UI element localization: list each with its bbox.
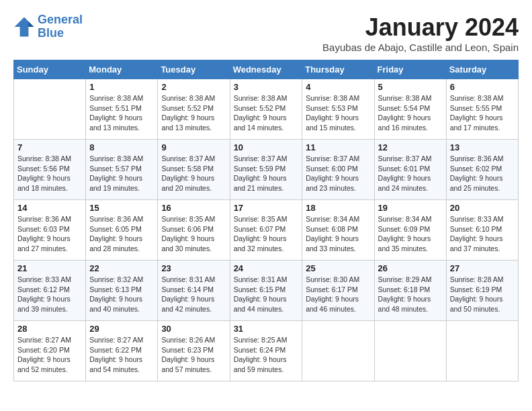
calendar-cell: 11Sunrise: 8:37 AMSunset: 6:00 PMDayligh… bbox=[302, 140, 374, 200]
calendar-cell: 21Sunrise: 8:33 AMSunset: 6:12 PMDayligh… bbox=[14, 261, 86, 321]
day-number: 18 bbox=[306, 203, 370, 213]
day-number: 7 bbox=[17, 142, 82, 152]
calendar-cell: 1Sunrise: 8:38 AMSunset: 5:51 PMDaylight… bbox=[86, 79, 158, 140]
calendar-cell: 6Sunrise: 8:38 AMSunset: 5:55 PMDaylight… bbox=[446, 79, 518, 140]
day-info: Sunrise: 8:35 AMSunset: 6:06 PMDaylight:… bbox=[161, 214, 226, 254]
calendar-cell: 15Sunrise: 8:36 AMSunset: 6:05 PMDayligh… bbox=[86, 200, 158, 261]
calendar-cell: 24Sunrise: 8:31 AMSunset: 6:15 PMDayligh… bbox=[230, 261, 302, 321]
day-info: Sunrise: 8:38 AMSunset: 5:51 PMDaylight:… bbox=[89, 93, 154, 133]
calendar-cell: 12Sunrise: 8:37 AMSunset: 6:01 PMDayligh… bbox=[374, 140, 446, 200]
day-info: Sunrise: 8:30 AMSunset: 6:17 PMDaylight:… bbox=[306, 275, 370, 314]
day-info: Sunrise: 8:25 AMSunset: 6:24 PMDaylight:… bbox=[234, 335, 299, 375]
day-info: Sunrise: 8:38 AMSunset: 5:52 PMDaylight:… bbox=[234, 93, 299, 133]
calendar-week-row: 14Sunrise: 8:36 AMSunset: 6:03 PMDayligh… bbox=[14, 200, 519, 261]
calendar-cell: 4Sunrise: 8:38 AMSunset: 5:53 PMDaylight… bbox=[302, 79, 374, 140]
svg-marker-1 bbox=[28, 21, 34, 27]
day-info: Sunrise: 8:33 AMSunset: 6:10 PMDaylight:… bbox=[450, 214, 515, 254]
calendar-header: SundayMondayTuesdayWednesdayThursdayFrid… bbox=[14, 60, 519, 79]
day-number: 28 bbox=[17, 324, 82, 334]
calendar-table: SundayMondayTuesdayWednesdayThursdayFrid… bbox=[13, 60, 519, 381]
day-number: 13 bbox=[450, 142, 515, 152]
logo-text: General Blue bbox=[38, 13, 83, 40]
day-info: Sunrise: 8:27 AMSunset: 6:22 PMDaylight:… bbox=[89, 335, 154, 375]
calendar-cell: 22Sunrise: 8:32 AMSunset: 6:13 PMDayligh… bbox=[86, 261, 158, 321]
day-number: 26 bbox=[378, 263, 443, 273]
day-number: 12 bbox=[378, 142, 443, 152]
day-number: 22 bbox=[89, 263, 154, 273]
calendar-cell: 30Sunrise: 8:26 AMSunset: 6:23 PMDayligh… bbox=[158, 321, 230, 381]
logo-icon bbox=[13, 16, 35, 38]
day-number: 3 bbox=[234, 82, 299, 92]
day-number: 16 bbox=[161, 203, 226, 213]
calendar-cell: 13Sunrise: 8:36 AMSunset: 6:02 PMDayligh… bbox=[446, 140, 518, 200]
logo-line2: Blue bbox=[38, 26, 64, 40]
day-number: 1 bbox=[89, 82, 154, 92]
calendar-cell: 27Sunrise: 8:28 AMSunset: 6:19 PMDayligh… bbox=[446, 261, 518, 321]
day-number: 25 bbox=[306, 263, 370, 273]
day-number: 6 bbox=[450, 82, 515, 92]
day-number: 4 bbox=[306, 82, 370, 92]
day-info: Sunrise: 8:38 AMSunset: 5:57 PMDaylight:… bbox=[89, 154, 154, 193]
calendar-cell: 16Sunrise: 8:35 AMSunset: 6:06 PMDayligh… bbox=[158, 200, 230, 261]
calendar-week-row: 7Sunrise: 8:38 AMSunset: 5:56 PMDaylight… bbox=[14, 140, 519, 200]
day-info: Sunrise: 8:37 AMSunset: 5:59 PMDaylight:… bbox=[234, 154, 299, 193]
day-info: Sunrise: 8:36 AMSunset: 6:02 PMDaylight:… bbox=[450, 154, 515, 193]
calendar-cell: 17Sunrise: 8:35 AMSunset: 6:07 PMDayligh… bbox=[230, 200, 302, 261]
day-number: 5 bbox=[378, 82, 443, 92]
day-number: 30 bbox=[161, 324, 226, 334]
calendar-cell: 3Sunrise: 8:38 AMSunset: 5:52 PMDaylight… bbox=[230, 79, 302, 140]
day-number: 23 bbox=[161, 263, 226, 273]
calendar-cell: 9Sunrise: 8:37 AMSunset: 5:58 PMDaylight… bbox=[158, 140, 230, 200]
calendar-cell: 31Sunrise: 8:25 AMSunset: 6:24 PMDayligh… bbox=[230, 321, 302, 381]
day-info: Sunrise: 8:38 AMSunset: 5:54 PMDaylight:… bbox=[378, 93, 443, 133]
day-info: Sunrise: 8:27 AMSunset: 6:20 PMDaylight:… bbox=[17, 335, 82, 375]
day-info: Sunrise: 8:37 AMSunset: 6:00 PMDaylight:… bbox=[306, 154, 370, 193]
weekday-header-tuesday: Tuesday bbox=[158, 60, 230, 79]
day-info: Sunrise: 8:31 AMSunset: 6:15 PMDaylight:… bbox=[234, 275, 299, 314]
calendar-body: 1Sunrise: 8:38 AMSunset: 5:51 PMDaylight… bbox=[14, 79, 519, 381]
calendar-subtitle: Bayubas de Abajo, Castille and Leon, Spa… bbox=[322, 42, 519, 53]
calendar-week-row: 1Sunrise: 8:38 AMSunset: 5:51 PMDaylight… bbox=[14, 79, 519, 140]
calendar-week-row: 28Sunrise: 8:27 AMSunset: 6:20 PMDayligh… bbox=[14, 321, 519, 381]
day-info: Sunrise: 8:28 AMSunset: 6:19 PMDaylight:… bbox=[450, 275, 515, 314]
calendar-cell: 26Sunrise: 8:29 AMSunset: 6:18 PMDayligh… bbox=[374, 261, 446, 321]
calendar-cell: 5Sunrise: 8:38 AMSunset: 5:54 PMDaylight… bbox=[374, 79, 446, 140]
day-info: Sunrise: 8:38 AMSunset: 5:55 PMDaylight:… bbox=[450, 93, 515, 133]
day-number: 2 bbox=[161, 82, 226, 92]
day-number: 15 bbox=[89, 203, 154, 213]
weekday-header-thursday: Thursday bbox=[302, 60, 374, 79]
day-info: Sunrise: 8:33 AMSunset: 6:12 PMDaylight:… bbox=[17, 275, 82, 314]
calendar-cell: 10Sunrise: 8:37 AMSunset: 5:59 PMDayligh… bbox=[230, 140, 302, 200]
day-number: 20 bbox=[450, 203, 515, 213]
day-info: Sunrise: 8:37 AMSunset: 6:01 PMDaylight:… bbox=[378, 154, 443, 193]
calendar-cell: 18Sunrise: 8:34 AMSunset: 6:08 PMDayligh… bbox=[302, 200, 374, 261]
day-number: 8 bbox=[89, 142, 154, 152]
calendar-cell: 7Sunrise: 8:38 AMSunset: 5:56 PMDaylight… bbox=[14, 140, 86, 200]
calendar-title: January 2024 bbox=[322, 13, 519, 42]
day-info: Sunrise: 8:34 AMSunset: 6:09 PMDaylight:… bbox=[378, 214, 443, 254]
day-info: Sunrise: 8:36 AMSunset: 6:05 PMDaylight:… bbox=[89, 214, 154, 254]
day-info: Sunrise: 8:36 AMSunset: 6:03 PMDaylight:… bbox=[17, 214, 82, 254]
calendar-cell: 8Sunrise: 8:38 AMSunset: 5:57 PMDaylight… bbox=[86, 140, 158, 200]
day-info: Sunrise: 8:32 AMSunset: 6:13 PMDaylight:… bbox=[89, 275, 154, 314]
weekday-header-monday: Monday bbox=[86, 60, 158, 79]
header: General Blue January 2024 Bayubas de Aba… bbox=[13, 13, 519, 53]
day-number: 19 bbox=[378, 203, 443, 213]
day-number: 9 bbox=[161, 142, 226, 152]
day-number: 14 bbox=[17, 203, 82, 213]
day-info: Sunrise: 8:38 AMSunset: 5:52 PMDaylight:… bbox=[161, 93, 226, 133]
weekday-header-friday: Friday bbox=[374, 60, 446, 79]
calendar-cell: 19Sunrise: 8:34 AMSunset: 6:09 PMDayligh… bbox=[374, 200, 446, 261]
day-number: 27 bbox=[450, 263, 515, 273]
calendar-cell bbox=[14, 79, 86, 140]
day-info: Sunrise: 8:38 AMSunset: 5:56 PMDaylight:… bbox=[17, 154, 82, 193]
day-info: Sunrise: 8:35 AMSunset: 6:07 PMDaylight:… bbox=[234, 214, 299, 254]
logo-line1: General bbox=[38, 13, 83, 26]
weekday-row: SundayMondayTuesdayWednesdayThursdayFrid… bbox=[14, 60, 519, 79]
calendar-cell: 20Sunrise: 8:33 AMSunset: 6:10 PMDayligh… bbox=[446, 200, 518, 261]
day-number: 24 bbox=[234, 263, 299, 273]
weekday-header-sunday: Sunday bbox=[14, 60, 86, 79]
calendar-cell: 28Sunrise: 8:27 AMSunset: 6:20 PMDayligh… bbox=[14, 321, 86, 381]
calendar-cell bbox=[302, 321, 374, 381]
day-info: Sunrise: 8:38 AMSunset: 5:53 PMDaylight:… bbox=[306, 93, 370, 133]
